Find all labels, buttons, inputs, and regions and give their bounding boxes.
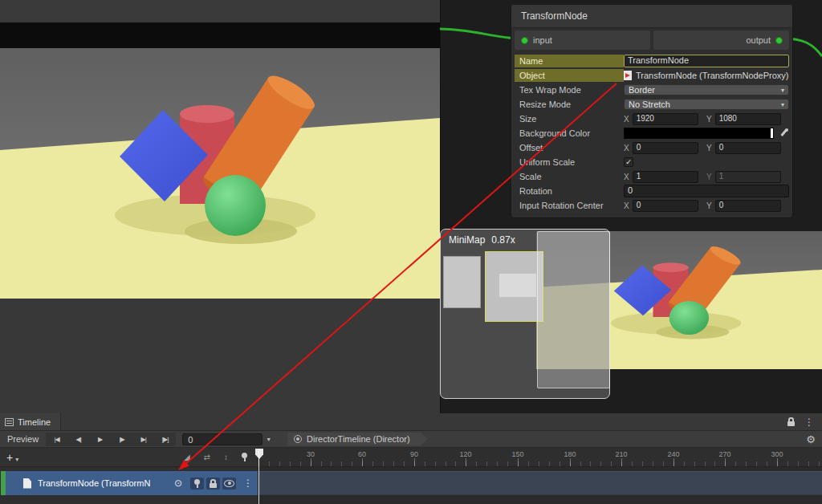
ruler-tick-label: 60 <box>358 450 366 458</box>
output-port-label: output <box>746 35 771 45</box>
timeline-window-icon <box>5 418 14 426</box>
output-port[interactable]: output <box>653 30 789 50</box>
rotation-field[interactable]: 0 <box>624 185 789 197</box>
size-y-field[interactable]: 1080 <box>715 113 781 125</box>
object-asset-icon <box>624 71 632 80</box>
transform-node-card[interactable]: TransformNode input output Name Transfor… <box>511 4 793 218</box>
unity-editor-window: TransformNode input output Name Transfor… <box>0 0 822 504</box>
scale-x-field[interactable]: 1 <box>633 171 698 183</box>
object-value: TransformNode (TransformNodeProxy) <box>636 71 789 80</box>
name-label: Name <box>515 55 624 67</box>
mix-mode-icon[interactable]: ◢ <box>184 453 190 461</box>
game-view-viewport[interactable] <box>0 48 440 299</box>
edit-mode-buttons: ◢ ⇄ ↕ <box>184 453 258 461</box>
track-row[interactable]: TransformNode (TransformN ⊙ ⋮ <box>1 471 258 495</box>
minimap-node-thumbnail[interactable] <box>443 256 481 308</box>
scale-y-label: Y <box>706 173 712 181</box>
rotation-label: Rotation <box>515 185 624 197</box>
minimap-node-thumbnail-selected[interactable] <box>485 251 543 322</box>
node-properties: Name TransformNode Object TransformNode … <box>511 52 792 217</box>
previous-frame-button[interactable]: ◀| <box>67 436 89 443</box>
property-row-input-rotation-center: Input Rotation Center X 0 Y 0 <box>515 198 789 213</box>
timeline-window: Timeline ⋮ Preview |◀ ◀| ▶ |▶ ▶| [▶] 0 ▼… <box>0 413 822 504</box>
minimap-title-row: MiniMap 0.87x <box>449 234 515 246</box>
chevron-down-icon: ▾ <box>781 101 784 108</box>
preview-toggle-button[interactable]: Preview <box>0 434 46 444</box>
size-x-field[interactable]: 1920 <box>633 113 698 125</box>
go-to-start-button[interactable]: |◀ <box>46 436 67 443</box>
breadcrumb[interactable]: DirectorTimeline (Director) <box>287 433 428 446</box>
go-to-end-button[interactable]: ▶| <box>132 436 154 443</box>
marker-pin-icon[interactable] <box>242 453 247 461</box>
mute-track-button[interactable] <box>222 478 236 490</box>
minimap-panel[interactable]: MiniMap 0.87x <box>440 229 610 399</box>
plus-icon: + <box>6 452 13 463</box>
name-field[interactable]: TransformNode <box>624 55 789 67</box>
uniform-scale-label: Uniform Scale <box>515 156 624 169</box>
property-row-scale: Scale X 1 Y 1 <box>515 169 789 184</box>
object-picker-icon[interactable]: ⊙ <box>174 478 182 488</box>
tab-timeline[interactable]: Timeline <box>0 413 61 430</box>
play-button[interactable]: ▶ <box>89 436 111 443</box>
track-name: TransformNode (TransformN <box>38 478 173 488</box>
ruler-tick-label: 270 <box>718 450 730 458</box>
input-port-label: input <box>533 35 552 45</box>
tab-bar-controls: ⋮ <box>787 417 822 427</box>
node-header[interactable]: TransformNode <box>511 5 792 28</box>
track-color-strip <box>1 471 6 495</box>
add-track-button[interactable]: + ▾ <box>0 452 25 463</box>
background-color-swatch[interactable] <box>624 128 774 139</box>
resize-mode-dropdown[interactable]: No Stretch ▾ <box>624 99 789 110</box>
pin-track-button[interactable] <box>190 478 204 490</box>
object-field[interactable]: TransformNode (TransformNodeProxy) <box>624 71 789 80</box>
property-row-offset: Offset X 0 Y 0 <box>515 140 789 155</box>
ruler-tick-label: 300 <box>771 450 783 458</box>
window-menu-icon[interactable]: ⋮ <box>804 417 814 427</box>
rotation-center-x-label: X <box>624 201 629 210</box>
play-range-button[interactable]: [▶] <box>154 436 176 443</box>
minimap-viewport-rect[interactable] <box>537 231 610 388</box>
size-y-label: Y <box>706 115 712 124</box>
input-port-dot-icon[interactable] <box>521 37 528 44</box>
scene-render <box>0 48 440 299</box>
timeline-ruler[interactable]: 30 60 90 120 150 180 210 240 270 300 <box>258 448 822 467</box>
ripple-mode-icon[interactable]: ⇄ <box>204 453 210 461</box>
tex-wrap-dropdown[interactable]: Border ▾ <box>624 84 789 96</box>
ruler-tick-label: 180 <box>564 450 576 458</box>
chevron-down-icon: ▾ <box>15 456 18 463</box>
property-row-uniform-scale: Uniform Scale ✓ <box>515 155 789 169</box>
director-icon <box>294 435 302 443</box>
offset-x-label: X <box>624 144 629 152</box>
next-frame-button[interactable]: |▶ <box>111 436 132 443</box>
replace-mode-icon[interactable]: ↕ <box>224 453 228 461</box>
rotation-center-x-field[interactable]: 0 <box>633 200 698 212</box>
property-row-name: Name TransformNode <box>515 54 789 68</box>
tex-wrap-label: Tex Wrap Mode <box>515 83 624 96</box>
breadcrumb-label: DirectorTimeline (Director) <box>307 434 410 444</box>
size-label: Size <box>515 112 624 125</box>
lock-track-button[interactable] <box>206 478 220 490</box>
frame-options-caret-icon[interactable]: ▼ <box>266 437 271 442</box>
track-menu-icon[interactable]: ⋮ <box>243 478 253 489</box>
green-sphere <box>205 175 266 236</box>
offset-x-field[interactable]: 0 <box>633 142 698 154</box>
rotation-center-y-label: Y <box>706 201 712 210</box>
object-label: Object <box>515 69 624 82</box>
track-toggle-buttons <box>190 478 236 490</box>
transport-controls: |◀ ◀| ▶ |▶ ▶| [▶] <box>46 433 176 446</box>
output-port-dot-icon[interactable] <box>775 37 783 44</box>
current-frame-field[interactable]: 0 <box>182 433 262 445</box>
gear-icon[interactable]: ⚙ <box>806 433 822 445</box>
eyedropper-icon[interactable] <box>778 128 789 139</box>
ruler-tick-label: 240 <box>667 450 679 458</box>
input-port[interactable]: input <box>515 30 650 50</box>
track-lane[interactable] <box>258 471 822 495</box>
left-panel-empty-area <box>0 299 440 413</box>
property-row-rotation: Rotation 0 <box>515 184 789 198</box>
ruler-tick-label: 150 <box>511 450 523 458</box>
rotation-center-y-field[interactable]: 0 <box>715 200 781 212</box>
lock-icon[interactable] <box>787 417 795 426</box>
property-row-background-color: Background Color <box>515 126 789 140</box>
uniform-scale-checkbox[interactable]: ✓ <box>624 157 633 167</box>
offset-y-field[interactable]: 0 <box>715 142 781 154</box>
